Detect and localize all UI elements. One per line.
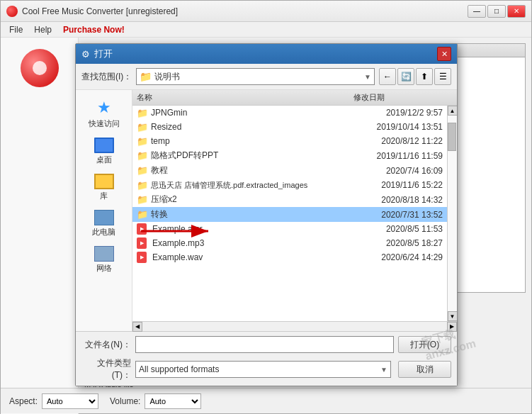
file-name-tutorial: 教程 <box>151 164 341 177</box>
filename-input[interactable] <box>135 336 394 353</box>
app-title: Cool Free Music Converter [unregistered] <box>22 6 463 16</box>
file-name-extracted: 思迅天店 店铺管理系统.pdf.extracted_images <box>151 180 341 191</box>
library-icon <box>94 174 114 189</box>
up-button[interactable]: ⬆ <box>416 68 433 85</box>
filetype-label: 文件类型(T)： <box>81 357 131 381</box>
folder-icon-pdf2ppt: 📁 <box>137 150 148 161</box>
app-window: Cool Free Music Converter [unregistered]… <box>0 0 532 414</box>
file-row-tutorial[interactable]: 📁 教程 2020/7/4 16:09 <box>132 163 447 178</box>
file-row-mp3[interactable]: ▶ Example.mp3 2020/8/5 18:27 <box>132 236 447 250</box>
nav-network[interactable]: 网络 <box>79 243 129 276</box>
app-logo <box>21 49 59 87</box>
dialog-bottom: 文件名(N)： 打开(O) 文件类型(T)： All supported for… <box>76 331 457 386</box>
location-combo[interactable]: 📁 说明书 ▼ <box>136 68 375 85</box>
forward-button[interactable]: 🔄 <box>397 68 414 85</box>
scrollbar[interactable]: ▲ ▼ <box>447 106 457 321</box>
aspect-select[interactable]: Auto <box>42 393 98 409</box>
file-row-pdf2ppt[interactable]: 📁 隐格式PDF转PPT 2019/11/16 11:59 <box>132 148 447 163</box>
desktop-label: 桌面 <box>96 155 112 165</box>
scroll-down-button[interactable]: ▼ <box>448 311 458 321</box>
close-button[interactable]: ✕ <box>507 5 526 18</box>
location-dropdown-arrow: ▼ <box>364 73 371 81</box>
dialog-files: 名称 修改日期 📁 JPNGmin 2019/12/2 9:57 📁 Resiz… <box>132 90 457 331</box>
folder-icon-extracted: 📁 <box>137 180 148 191</box>
menu-file[interactable]: File <box>4 23 28 36</box>
nav-buttons: ← 🔄 ⬆ ☰ <box>379 68 451 85</box>
file-name-resized: Resized <box>151 122 341 132</box>
volume-label: Volume: <box>110 396 140 406</box>
files-list[interactable]: 📁 JPNGmin 2019/12/2 9:57 📁 Resized 2019/… <box>132 106 457 321</box>
file-name-jpngmin: JPNGmin <box>151 108 341 118</box>
dialog-title: 打开 <box>94 47 113 60</box>
horizontal-scroll[interactable]: ◀ ▶ <box>132 321 457 331</box>
aspect-control: Aspect: Auto <box>9 393 98 409</box>
audio-icon-wav: ▶ <box>137 252 147 263</box>
file-date-convert: 2020/7/31 13:52 <box>344 210 443 220</box>
folder-icon-compress: 📁 <box>137 194 148 205</box>
file-date-amr: 2020/8/5 11:53 <box>344 224 443 234</box>
library-label: 库 <box>100 191 108 201</box>
volume-select[interactable]: Auto <box>145 393 201 409</box>
filetype-dropdown-arrow: ▼ <box>380 366 387 374</box>
volume-control: Volume: Auto <box>110 393 201 409</box>
dialog-nav: ★ 快速访问 桌面 库 此电脑 网络 <box>76 90 132 331</box>
file-date-temp: 2020/8/12 11:22 <box>344 136 443 146</box>
title-bar: Cool Free Music Converter [unregistered]… <box>1 1 531 22</box>
files-header: 名称 修改日期 <box>132 90 457 106</box>
folder-icon-convert: 📁 <box>137 209 148 220</box>
file-row-extracted[interactable]: 📁 思迅天店 店铺管理系统.pdf.extracted_images 2019/… <box>132 178 447 192</box>
back-button[interactable]: ← <box>379 68 396 85</box>
dialog-close-button[interactable]: ✕ <box>437 47 451 61</box>
dialog-body: ★ 快速访问 桌面 库 此电脑 网络 <box>76 90 457 331</box>
file-date-mp3: 2020/8/5 18:27 <box>344 238 443 248</box>
location-label: 查找范围(I)： <box>81 71 132 83</box>
file-row-amr[interactable]: ▶ Example.amr 2020/8/5 11:53 <box>132 222 447 236</box>
view-button[interactable]: ☰ <box>434 68 451 85</box>
file-date-resized: 2019/10/14 13:51 <box>344 122 443 132</box>
file-dialog: ⚙ 打开 ✕ 查找范围(I)： 📁 说明书 ▼ ← 🔄 ⬆ ☰ <box>75 43 458 386</box>
dialog-toolbar: 查找范围(I)： 📁 说明书 ▼ ← 🔄 ⬆ ☰ <box>76 64 457 90</box>
scroll-up-button[interactable]: ▲ <box>448 106 458 116</box>
file-row-jpngmin[interactable]: 📁 JPNGmin 2019/12/2 9:57 <box>132 106 447 120</box>
file-row-temp[interactable]: 📁 temp 2020/8/12 11:22 <box>132 134 447 148</box>
file-date-tutorial: 2020/7/4 16:09 <box>344 166 443 176</box>
app-icon <box>6 6 18 17</box>
cancel-button[interactable]: 取消 <box>398 361 451 378</box>
maximize-button[interactable]: □ <box>487 5 506 18</box>
nav-quick-access[interactable]: ★ 快速访问 <box>79 96 129 132</box>
file-name-compress: 压缩x2 <box>151 194 341 206</box>
file-date-compress: 2020/8/18 14:32 <box>344 195 443 205</box>
minimize-button[interactable]: — <box>468 5 486 18</box>
file-row-compress[interactable]: 📁 压缩x2 2020/8/18 14:32 <box>132 192 447 207</box>
location-folder-icon: 📁 <box>140 71 152 82</box>
menu-bar: File Help Purchase Now! <box>1 22 531 38</box>
dialog-title-bar: ⚙ 打开 ✕ <box>76 44 457 64</box>
scroll-right-button[interactable]: ▶ <box>447 322 457 332</box>
file-row-convert[interactable]: 📁 转换 2020/7/31 13:52 <box>132 207 447 222</box>
filetype-combo[interactable]: All supported formats ▼ <box>135 361 391 378</box>
files-list-inner: 📁 JPNGmin 2019/12/2 9:57 📁 Resized 2019/… <box>132 106 447 321</box>
nav-computer[interactable]: 此电脑 <box>79 207 129 240</box>
open-button[interactable]: 打开(O) <box>398 336 451 353</box>
quick-access-label: 快速访问 <box>89 118 120 129</box>
file-name-pdf2ppt: 隐格式PDF转PPT <box>151 150 341 162</box>
folder-icon-tutorial: 📁 <box>137 165 148 176</box>
computer-label: 此电脑 <box>92 227 115 237</box>
file-name-wav: Example.wav <box>152 252 341 262</box>
file-row-wav[interactable]: ▶ Example.wav 2020/6/24 14:29 <box>132 250 447 264</box>
scroll-left-button[interactable]: ◀ <box>132 322 142 332</box>
location-text: 说明书 <box>154 71 361 83</box>
filename-row: 文件名(N)： 打开(O) <box>81 336 451 353</box>
menu-purchase[interactable]: Purchase Now! <box>57 23 130 36</box>
logo-inner <box>33 61 47 75</box>
scroll-thumb[interactable] <box>448 123 456 151</box>
bottom-bar: Aspect: Auto Volume: Auto <box>1 388 531 413</box>
file-date-extracted: 2019/11/6 15:22 <box>344 180 443 190</box>
menu-help[interactable]: Help <box>28 23 57 36</box>
nav-desktop[interactable]: 桌面 <box>79 135 129 168</box>
desktop-icon <box>94 138 114 153</box>
file-row-resized[interactable]: 📁 Resized 2019/10/14 13:51 <box>132 120 447 134</box>
nav-library[interactable]: 库 <box>79 171 129 204</box>
app-sidebar <box>1 38 79 414</box>
network-label: 网络 <box>96 263 112 274</box>
